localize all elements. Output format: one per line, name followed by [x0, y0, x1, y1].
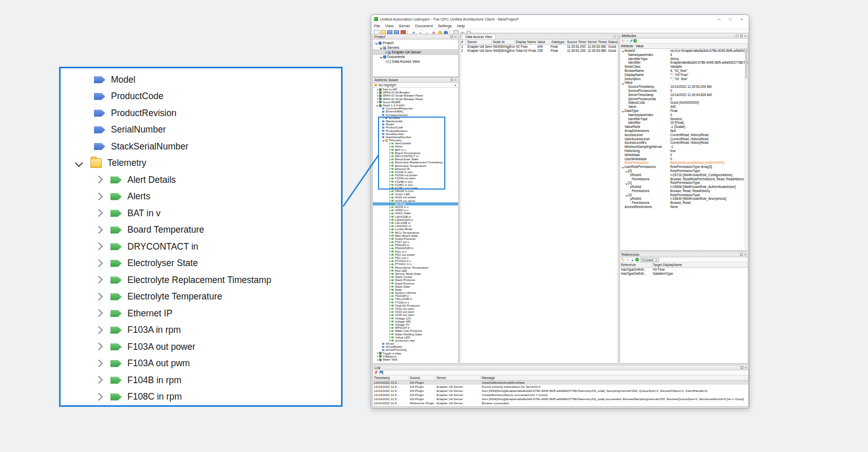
attribute-row[interactable]: Value 445 — [620, 105, 748, 109]
attribute-row[interactable]: Permissions Browse, Read — [620, 201, 748, 205]
expand-chevron-icon[interactable] — [388, 202, 391, 205]
attribute-row[interactable]: ArrayDimensions Null — [620, 129, 748, 133]
expand-chevron-icon[interactable] — [376, 355, 379, 357]
log-row[interactable]: 12/14/2022 11:5... DA Plugin ClearDaMode… — [373, 381, 748, 385]
attribute-row[interactable]: Description "", "h2_flow" — [620, 77, 748, 81]
column-header[interactable]: Node Id — [492, 40, 515, 45]
column-header[interactable]: Source Timestamp — [566, 40, 587, 45]
expand-chevron-icon[interactable] — [388, 221, 391, 224]
scrollbar-thumb[interactable] — [745, 49, 747, 79]
close-panel-icon[interactable]: × — [455, 35, 457, 38]
expand-chevron-icon[interactable] — [388, 276, 391, 278]
float-panel-icon[interactable] — [740, 253, 743, 256]
project-tree-item[interactable]: Enapter UA Server — [373, 50, 458, 54]
expand-chevron-icon[interactable] — [376, 359, 379, 361]
expand-chevron-icon[interactable] — [388, 241, 391, 243]
attribute-row[interactable]: Identifier Enapter/abe8a3d4-678b-4045-9b… — [620, 61, 748, 65]
monitored-item-row[interactable]: 1 Enapter UA Server NS4|String|Enap... H… — [460, 45, 618, 49]
attribute-row[interactable]: MinimumSamplingInterval -1 — [620, 145, 748, 149]
expand-chevron-icon[interactable] — [388, 183, 391, 186]
expand-chevron-icon[interactable] — [388, 180, 391, 183]
column-header[interactable]: Datatype — [550, 40, 566, 45]
float-panel-icon[interactable] — [741, 366, 743, 369]
close-panel-icon[interactable]: × — [744, 34, 746, 37]
clear-log-icon[interactable]: ✗ — [374, 370, 378, 375]
expand-chevron-icon[interactable] — [380, 55, 383, 59]
expand-chevron-icon[interactable] — [388, 250, 391, 253]
attribute-row[interactable]: RoleId i=15656 [WellKnownRole_Authentica… — [620, 185, 748, 189]
log-row[interactable]: 12/14/2022 11:5... DA Plugin Enapter UA … — [373, 389, 748, 393]
expand-chevron-icon[interactable] — [388, 272, 391, 275]
attribute-row[interactable]: AccessLevelEx CurrentRead, HistoryRead — [620, 141, 748, 145]
expand-chevron-icon[interactable] — [376, 98, 379, 100]
column-header[interactable]: Statuscode — [607, 40, 618, 45]
attribute-row[interactable]: ValueRank -1 (Scalar) — [620, 125, 748, 129]
expand-chevron-icon[interactable] — [388, 292, 391, 294]
attribute-row[interactable]: NodeId ns=4;s=Enapter/abe8a3d4-678b-4045… — [620, 49, 748, 53]
auto-update-icon[interactable]: ✓ — [626, 39, 629, 43]
column-header[interactable]: Server Timestamp — [587, 40, 607, 45]
project-tree-item[interactable]: Documents — [373, 54, 458, 59]
expand-chevron-icon[interactable] — [388, 231, 391, 234]
expand-chevron-icon[interactable] — [388, 263, 391, 266]
expand-chevron-icon[interactable] — [388, 330, 391, 332]
expand-chevron-icon[interactable] — [388, 234, 391, 237]
column-header[interactable]: Value — [536, 40, 550, 45]
attribute-row[interactable]: StatusCode Good (0x00000000) — [620, 101, 748, 105]
attribute-row[interactable]: RolePermissions BadUserAccessDenied (0x8… — [620, 161, 748, 165]
expand-chevron-icon[interactable] — [388, 298, 391, 300]
expand-chevron-icon[interactable] — [388, 218, 391, 221]
attribute-row[interactable]: BrowseName 4, "h2_flow" — [620, 69, 748, 73]
menu-item[interactable]: File — [371, 24, 383, 28]
expand-chevron-icon[interactable] — [376, 101, 379, 103]
expand-chevron-icon[interactable] — [388, 215, 391, 218]
expand-chevron-icon[interactable] — [388, 167, 391, 170]
window-titlebar[interactable]: Unified Automation UaExpert - The OPC Un… — [371, 15, 749, 23]
column-header[interactable]: Reference — [620, 262, 652, 268]
attribute-row[interactable]: AccessRestrictions None — [620, 205, 748, 209]
expand-chevron-icon[interactable] — [388, 288, 391, 291]
expand-chevron-icon[interactable] — [388, 190, 391, 193]
expand-chevron-icon[interactable] — [388, 186, 391, 189]
expand-all-icon[interactable] — [635, 258, 639, 261]
expand-all-icon[interactable] — [633, 39, 637, 43]
expand-chevron-icon[interactable] — [388, 311, 391, 313]
log-row[interactable]: 12/14/2022 11:5... DA Plugin Enapter UA … — [373, 393, 748, 397]
expand-chevron-icon[interactable] — [382, 139, 385, 142]
expand-chevron-icon[interactable] — [388, 152, 391, 154]
expand-chevron-icon[interactable] — [388, 244, 391, 247]
attribute-row[interactable]: Permissions Browse, Read, ReadHistory — [620, 189, 748, 193]
project-tree-item[interactable]: Project — [373, 41, 458, 45]
attribute-row[interactable]: Value — [620, 81, 748, 85]
expand-chevron-icon[interactable] — [388, 155, 391, 158]
expand-chevron-icon[interactable] — [388, 336, 391, 338]
expand-chevron-icon[interactable] — [388, 158, 391, 161]
menu-item[interactable]: Help — [455, 24, 467, 28]
expand-chevron-icon[interactable] — [384, 51, 387, 54]
attribute-row[interactable]: SourceTimestamp 12/14/2022 11:39:53.000 … — [620, 85, 748, 89]
expand-chevron-icon[interactable] — [388, 225, 391, 228]
expand-chevron-icon[interactable] — [388, 339, 391, 342]
expand-chevron-icon[interactable] — [388, 304, 391, 307]
expand-chevron-icon[interactable] — [388, 142, 391, 145]
expand-chevron-icon[interactable] — [388, 164, 391, 167]
expand-chevron-icon[interactable] — [388, 257, 391, 259]
expand-chevron-icon[interactable] — [376, 352, 379, 354]
auto-update-icon[interactable]: ✓ — [626, 258, 629, 262]
attribute-row[interactable]: IdentifierType String — [620, 57, 748, 61]
hierarchy-icon[interactable]: ▲ — [631, 258, 634, 261]
close-panel-icon[interactable]: × — [455, 79, 457, 81]
expand-chevron-icon[interactable] — [388, 174, 391, 177]
attribute-row[interactable]: ServerTimestamp 12/14/2022 11:39:49.826 … — [620, 93, 748, 97]
expand-chevron-icon[interactable] — [376, 104, 379, 107]
attribute-row[interactable]: SourcePicoseconds 0 — [620, 89, 748, 93]
log-row[interactable]: 12/14/2022 11:5... DA Plugin Enapter UA … — [373, 385, 748, 389]
expand-chevron-icon[interactable] — [388, 314, 391, 316]
menu-item[interactable]: Document — [412, 24, 435, 28]
expand-chevron-icon[interactable] — [388, 212, 391, 215]
project-tree-item[interactable]: Data Access View — [373, 59, 458, 64]
expand-chevron-icon[interactable] — [384, 60, 387, 63]
attribute-row[interactable]: NamespaceIndex 4 — [620, 53, 748, 57]
address-space-tree-item[interactable]: Water Tank — [373, 358, 458, 361]
attribute-row[interactable]: AccessLevel CurrentRead, HistoryRead — [620, 133, 748, 137]
